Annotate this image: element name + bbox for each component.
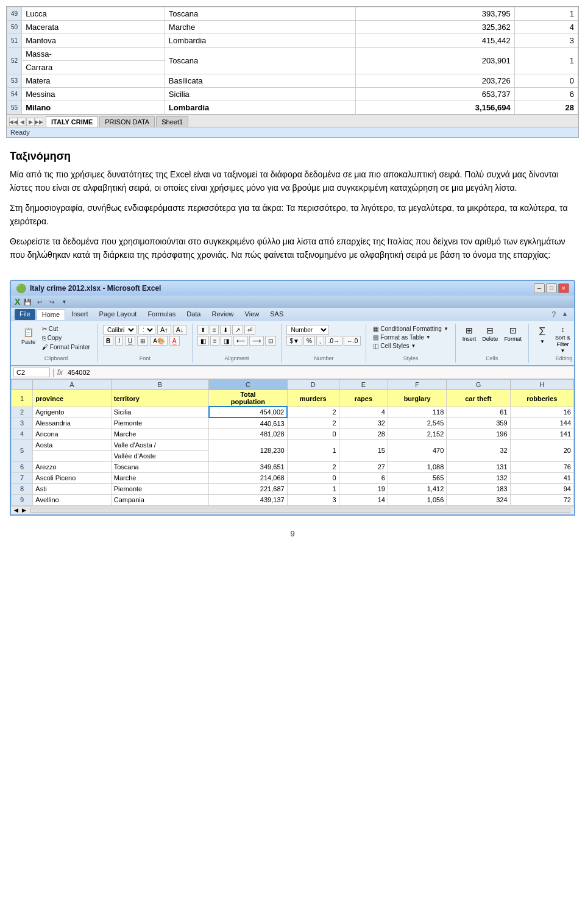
decrease-decimal-button[interactable]: ←.0 [344,336,361,346]
grid-cell[interactable]: 128,230 [209,439,287,461]
col-header-g[interactable]: G [447,380,510,390]
col-header-f[interactable]: F [388,380,446,390]
grid-cell[interactable]: 359 [447,418,510,428]
grid-cell[interactable]: 1 [287,483,339,494]
align-center-button[interactable]: ≡ [210,336,220,346]
grid-cell[interactable]: 481,028 [209,428,287,439]
grid-cell[interactable]: 27 [339,461,388,472]
align-middle-button[interactable]: ≡ [210,325,219,335]
currency-button[interactable]: $▼ [286,336,302,346]
cut-button[interactable]: ✂ Cut [40,325,93,333]
bold-button[interactable]: B [103,336,113,346]
wrap-text-button[interactable]: ⏎ [244,325,255,335]
grid-cell[interactable]: 28 [339,428,388,439]
help-icon[interactable]: ? [549,309,558,320]
sheet-tab[interactable]: Sheet1 [156,116,188,127]
orientation-button[interactable]: ↗ [232,325,243,335]
grid-cell[interactable]: 1,088 [388,461,446,472]
grid-cell[interactable]: 32 [447,439,510,461]
grid-cell[interactable]: Asti [33,483,111,494]
sum-button[interactable]: Σ ▼ [534,325,551,354]
formula-input[interactable] [68,369,572,376]
minimize-ribbon-icon[interactable]: ▲ [559,309,570,320]
home-tab[interactable]: Home [37,309,65,320]
copy-button[interactable]: ⎘ Copy [40,334,93,342]
qa-dropdown-icon[interactable]: ▼ [59,297,69,307]
file-tab[interactable]: File [15,309,35,320]
grid-cell[interactable]: Avellino [33,494,111,505]
decrease-indent-button[interactable]: ⟵ [233,336,248,346]
grid-cell[interactable]: 2 [287,407,339,418]
grid-cell[interactable]: province [33,390,111,407]
scroll-left-btn[interactable]: ◀ [12,507,20,513]
fill-color-button[interactable]: A🎨 [150,336,168,346]
grid-cell[interactable]: 61 [447,407,510,418]
grid-cell[interactable]: Piemonte [111,418,209,428]
grid-cell[interactable]: 183 [447,483,510,494]
grid-cell[interactable]: 4 [339,407,388,418]
grid-cell[interactable]: Campania [111,494,209,505]
grid-cell[interactable]: Ancona [33,428,111,439]
grid-cell[interactable]: Agrigento [33,407,111,418]
grid-cell[interactable]: 2 [287,418,339,428]
font-name-select[interactable]: Calibri [103,325,136,335]
italic-button[interactable]: I [115,336,123,346]
grid-cell[interactable]: territory [111,390,209,407]
format-as-table-button[interactable]: ▤ Format as Table ▼ [371,333,450,341]
grid-cell[interactable]: murders [287,390,339,407]
col-header-h[interactable]: H [510,380,573,390]
increase-indent-button[interactable]: ⟶ [249,336,264,346]
formulas-tab[interactable]: Formulas [143,309,180,320]
grid-cell[interactable]: 1 [287,439,339,461]
minimize-button[interactable]: ─ [534,283,545,293]
grid-cell[interactable]: car theft [447,390,510,407]
grid-cell[interactable]: 1,056 [388,494,446,505]
font-size-select[interactable]: 12 [138,325,155,335]
insert-cells-button[interactable]: ⊞ Insert [461,325,478,343]
font-color-button[interactable]: A [169,336,180,346]
sas-tab[interactable]: SAS [265,309,288,320]
grid-cell[interactable]: Totalpopulation [209,390,287,407]
sort-filter-button[interactable]: ↕ Sort & Filter ▼ [553,325,572,354]
sheet-nav-prev[interactable]: ◀ [18,118,26,126]
undo-icon[interactable]: ↩ [35,297,44,307]
cell-styles-button[interactable]: ◫ Cell Styles ▼ [371,342,450,350]
grid-cell[interactable]: burglary [388,390,446,407]
page-layout-tab[interactable]: Page Layout [94,309,142,320]
sheet-nav-first[interactable]: ◀◀ [9,118,18,126]
grid-cell[interactable]: 470 [388,439,446,461]
grid-cell[interactable]: 0 [287,428,339,439]
scroll-right-btn[interactable]: ▶ [20,507,28,513]
sheet-nav-last[interactable]: ▶▶ [35,118,43,126]
grid-cell[interactable]: 2,545 [388,418,446,428]
align-top-button[interactable]: ⬆ [197,325,208,335]
insert-tab[interactable]: Insert [66,309,93,320]
grid-cell[interactable]: Ascoli Piceno [33,472,111,483]
sheet-tab[interactable]: PRISON DATA [99,116,155,127]
grid-cell[interactable]: 76 [510,461,573,472]
grid-cell[interactable]: 141 [510,428,573,439]
grid-cell[interactable]: Vallée d'Aoste [111,450,209,461]
border-button[interactable]: ⊞ [137,336,148,346]
align-bottom-button[interactable]: ⬇ [220,325,231,335]
conditional-formatting-button[interactable]: ▦ Conditional Formatting ▼ [371,325,450,333]
grid-cell[interactable]: Piemonte [111,483,209,494]
grid-cell[interactable]: 3 [287,494,339,505]
save-icon[interactable]: 💾 [23,297,32,307]
grid-cell[interactable]: 32 [339,418,388,428]
grid-cell[interactable]: Arezzo [33,461,111,472]
delete-cells-button[interactable]: ⊟ Delete [480,325,500,343]
review-tab[interactable]: Review [207,309,238,320]
grid-cell[interactable]: 72 [510,494,573,505]
increase-decimal-button[interactable]: .0→ [325,336,342,346]
grid-cell[interactable]: 1,412 [388,483,446,494]
grid-cell[interactable]: 454,002 [209,407,287,418]
grid-cell[interactable]: 349,651 [209,461,287,472]
grid-cell[interactable]: 565 [388,472,446,483]
redo-icon[interactable]: ↪ [47,297,57,307]
grid-cell[interactable]: 214,068 [209,472,287,483]
grid-cell[interactable] [33,450,111,461]
grid-cell[interactable]: 94 [510,483,573,494]
grid-cell[interactable]: 2 [287,461,339,472]
grid-cell[interactable]: Alessandria [33,418,111,428]
